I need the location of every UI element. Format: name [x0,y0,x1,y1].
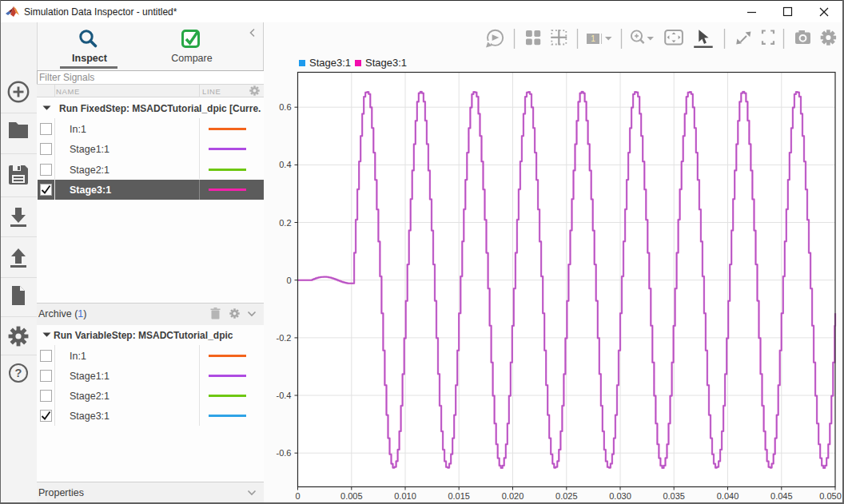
svg-text:0.045: 0.045 [770,491,793,501]
svg-text:-0.4: -0.4 [277,391,292,400]
svg-text:0.2: 0.2 [279,218,291,228]
svg-text:0: 0 [286,276,291,285]
svg-text:0.015: 0.015 [448,491,470,501]
svg-text:0.050: 0.050 [819,491,842,501]
svg-text:-0.2: -0.2 [277,333,292,343]
svg-text:0.035: 0.035 [663,491,685,501]
svg-text:0.025: 0.025 [555,491,578,501]
svg-text:0.005: 0.005 [340,491,363,501]
svg-text:0.6: 0.6 [279,102,291,112]
svg-text:0.030: 0.030 [609,491,631,501]
svg-text:0.040: 0.040 [717,491,739,501]
svg-text:0: 0 [295,491,300,501]
svg-text:0.020: 0.020 [502,491,524,501]
svg-text:-0.6: -0.6 [277,448,292,458]
svg-text:0.4: 0.4 [279,160,291,169]
svg-text:0.010: 0.010 [394,491,416,501]
